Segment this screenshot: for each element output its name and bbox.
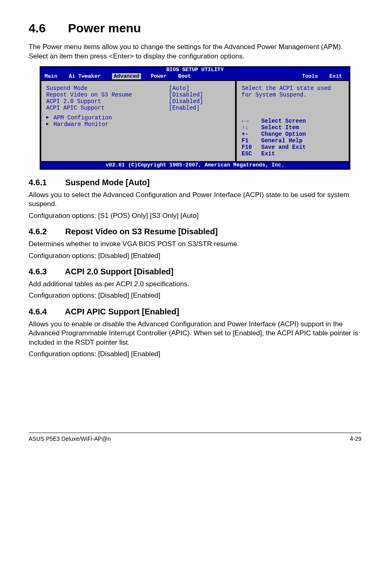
subsection-title: Repost Video on S3 Resume [Disabled]: [65, 227, 218, 236]
key-symbol: +-: [242, 131, 261, 137]
body-paragraph: Allows you to select the Advanced Config…: [29, 191, 361, 209]
footer-right: 4-29: [350, 435, 361, 442]
subsection-title: Suspend Mode [Auto]: [65, 178, 150, 187]
bios-window: BIOS SETUP UTILITY Main Ai Tweaker Advan…: [40, 66, 350, 170]
bios-key-help: ←→Select Screen ↑↓Select Item +-Change O…: [242, 118, 344, 157]
bios-left-pane: Suspend Mode [Auto] Repost Video on S3 R…: [40, 80, 236, 162]
triangle-icon: ▶: [46, 121, 54, 128]
subsection-num: 4.6.4: [29, 307, 63, 316]
bios-key-row: F10Save and Exit: [242, 144, 344, 150]
bios-item-row[interactable]: ACPI 2.0 Support [Disabled]: [46, 98, 230, 105]
bios-footer: v02.61 (C)Copyright 1985-2007, American …: [40, 162, 350, 169]
page-footer: ASUS P5E3 Deluxe/WiFi-AP@n 4-29: [29, 433, 361, 442]
body-paragraph: Allows you to enable or disable the Adva…: [29, 320, 361, 347]
key-symbol: ↑↓: [242, 124, 261, 131]
bios-submenu-label: APM Configuration: [54, 114, 112, 121]
bios-item-value: [Disabled]: [169, 98, 203, 105]
bios-item-label: Repost Video on S3 Resume: [46, 92, 169, 98]
key-desc: Select Screen: [261, 118, 306, 124]
bios-menu-power[interactable]: Power: [151, 73, 178, 79]
bios-submenu-row[interactable]: ▶ Hardware Monitor: [46, 121, 230, 128]
body-paragraph: Add additional tables as per ACPI 2.0 sp…: [29, 280, 361, 289]
key-desc: Save and Exit: [261, 144, 306, 150]
subsection-heading: 4.6.1 Suspend Mode [Auto]: [29, 178, 361, 187]
bios-item-label: Suspend Mode: [46, 85, 169, 92]
key-desc: General Help: [261, 137, 303, 144]
bios-right-pane: Select the ACPI state used for System Su…: [236, 80, 350, 162]
heading-title: Power menu: [68, 21, 141, 35]
body-paragraph: Determines whether to invoke VGA BIOS PO…: [29, 240, 361, 249]
bios-key-row: +-Change Option: [242, 131, 344, 137]
subsection-num: 4.6.1: [29, 178, 63, 187]
bios-menu-ai-tweaker[interactable]: Ai Tweaker: [69, 73, 112, 79]
body-paragraph: Configuration options: [Disabled] [Enabl…: [29, 251, 361, 260]
heading-num: 4.6: [29, 21, 65, 35]
bios-menu-tools[interactable]: Tools: [302, 73, 329, 79]
bios-key-row: ESCExit: [242, 150, 344, 157]
bios-menu-main[interactable]: Main: [45, 73, 69, 79]
bios-item-value: [Enabled]: [169, 105, 200, 111]
bios-item-row[interactable]: Repost Video on S3 Resume [Disabled]: [46, 92, 230, 98]
bios-item-row[interactable]: Suspend Mode [Auto]: [46, 85, 230, 92]
bios-submenu-row[interactable]: ▶ APM Configuration: [46, 114, 230, 121]
key-symbol: F10: [242, 144, 261, 150]
bios-menu-advanced[interactable]: Advanced: [112, 73, 141, 79]
body-paragraph: Configuration options: [Disabled] [Enabl…: [29, 350, 361, 359]
subsection-num: 4.6.2: [29, 227, 63, 236]
page-heading: 4.6 Power menu: [29, 21, 361, 35]
bios-menu-boot[interactable]: Boot: [178, 73, 202, 79]
bios-item-value: [Disabled]: [169, 92, 203, 98]
triangle-icon: ▶: [46, 114, 54, 121]
intro-paragraph: The Power menu items allow you to change…: [29, 43, 361, 61]
bios-menu-exit[interactable]: Exit: [329, 73, 345, 79]
bios-key-row: ←→Select Screen: [242, 118, 344, 124]
key-symbol: F1: [242, 137, 261, 144]
subsection-title: ACPI 2.0 Support [Disabled]: [65, 267, 174, 276]
bios-item-value: [Auto]: [169, 85, 189, 92]
key-symbol: ESC: [242, 150, 261, 157]
subsection-num: 4.6.3: [29, 267, 63, 276]
bios-item-label: ACPI 2.0 Support: [46, 98, 169, 105]
key-desc: Select Item: [261, 124, 299, 131]
bios-menubar: Main Ai Tweaker Advanced Power Boot Tool…: [40, 73, 350, 80]
subsection-heading: 4.6.3 ACPI 2.0 Support [Disabled]: [29, 267, 361, 276]
footer-left: ASUS P5E3 Deluxe/WiFi-AP@n: [29, 435, 111, 442]
bios-item-row[interactable]: ACPI APIC Support [Enabled]: [46, 105, 230, 111]
subsection-heading: 4.6.2 Repost Video on S3 Resume [Disable…: [29, 227, 361, 236]
body-paragraph: Configuration options: [Disabled] [Enabl…: [29, 291, 361, 300]
key-desc: Exit: [261, 150, 275, 157]
bios-key-row: ↑↓Select Item: [242, 124, 344, 131]
bios-submenu-label: Hardware Monitor: [54, 121, 108, 128]
bios-item-label: ACPI APIC Support: [46, 105, 169, 111]
subsection-heading: 4.6.4 ACPI APIC Support [Enabled]: [29, 307, 361, 316]
subsection-title: ACPI APIC Support [Enabled]: [65, 307, 179, 316]
key-desc: Change Option: [261, 131, 306, 137]
bios-key-row: F1General Help: [242, 137, 344, 144]
bios-body: Suspend Mode [Auto] Repost Video on S3 R…: [40, 80, 350, 162]
body-paragraph: Configuration options: [S1 (POS) Only] […: [29, 211, 361, 220]
bios-help-text: Select the ACPI state used for System Su…: [242, 85, 344, 98]
bios-title: BIOS SETUP UTILITY: [40, 67, 350, 73]
key-symbol: ←→: [242, 118, 261, 124]
